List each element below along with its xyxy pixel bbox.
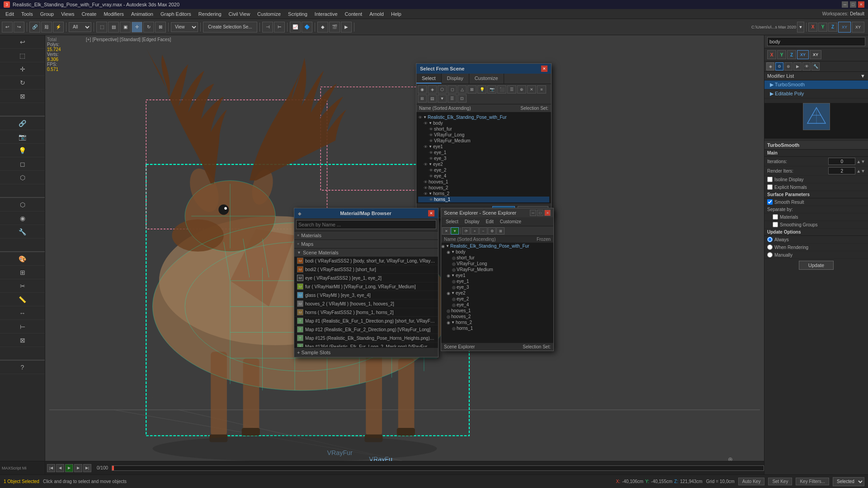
rp-icon-utilities[interactable]: 🔧 [811, 62, 820, 70]
modifier-editable-poly[interactable]: ▶ Editable Poly [764, 89, 868, 99]
lp-scale[interactable]: ⊠ [0, 89, 45, 103]
dt-btn-2[interactable]: ◈ [428, 85, 437, 94]
mirror-button[interactable]: ⊣ [262, 22, 273, 33]
select-scale-button[interactable]: ⊠ [155, 22, 166, 33]
z-axis-btn[interactable]: Z [828, 23, 837, 32]
se-tree-eye1b[interactable]: ◎ eye_3 [441, 284, 553, 290]
menu-group[interactable]: Group [37, 10, 58, 18]
materials-checkbox[interactable] [773, 214, 778, 220]
se-tree[interactable]: ◉ ▼ Realistic_Elk_Standing_Pose_with_Fur… [441, 243, 553, 343]
se-tree-eye1a[interactable]: ◎ eye_1 [441, 278, 553, 284]
modifier-list-dropdown-icon[interactable]: ▼ [860, 73, 865, 79]
dt-btn-8[interactable]: 📷 [487, 85, 496, 94]
tree-item-eye2b[interactable]: 👁 eye_4 [418, 173, 549, 179]
x-axis-btn[interactable]: X [808, 23, 817, 32]
render-iters-spinner[interactable]: ▲▼ [856, 169, 865, 174]
se-tree-horns2[interactable]: ◉ ▼ horns_2 [441, 319, 553, 325]
timeline-bar[interactable] [112, 465, 764, 471]
mmb-search-input[interactable] [296, 220, 436, 229]
mmb-footer[interactable]: + Sample Slots [294, 347, 438, 357]
tree-item-hooves1[interactable]: 👁 hooves_1 [418, 179, 549, 185]
smooth-result-checkbox[interactable] [767, 199, 773, 205]
manually-radio[interactable] [767, 252, 773, 258]
lp-rotate[interactable]: ↻ [0, 76, 45, 89]
mmb-item-5[interactable]: M hooves_2 ( VRayMtl ) [hooves_1, hooves… [294, 300, 438, 308]
se-minimize-btn[interactable]: ─ [530, 210, 536, 216]
tree-item-vraylong[interactable]: 👁 VRayFur_Long [418, 132, 549, 138]
mat-editor-button[interactable]: ◆ [317, 22, 328, 33]
when-rendering-radio[interactable] [767, 244, 773, 250]
lp-ribbon[interactable]: ⊞ [0, 266, 45, 279]
y-axis-btn[interactable]: Y [818, 23, 827, 32]
surface-params-header[interactable]: Surface Parameters [764, 191, 868, 198]
z-transform-btn[interactable]: Z [787, 50, 796, 59]
selection-type-dropdown[interactable]: All [69, 22, 91, 32]
mmb-item-6[interactable]: M horns ( VRayFastSSS2 ) [horns_1, horns… [294, 308, 438, 317]
rp-icon-hierarchy[interactable]: ⊕ [784, 62, 793, 70]
menu-modifiers[interactable]: Modifiers [100, 10, 127, 18]
rp-icon-motion[interactable]: ▶ [793, 62, 802, 70]
mmb-item-0[interactable]: M bodi ( VRayFastSSS2 ) [body, short_fur… [294, 257, 438, 265]
maximize-button[interactable]: □ [850, 1, 856, 8]
xy-transform-btn[interactable]: XY [797, 50, 809, 59]
isoline-checkbox[interactable] [767, 177, 773, 182]
menu-arnold[interactable]: Arnold [366, 10, 387, 18]
iterations-input[interactable] [828, 158, 855, 165]
auto-key-button[interactable]: Auto Key [738, 478, 765, 485]
dt-btn-9[interactable]: ⬛ [497, 85, 506, 94]
menu-scripting[interactable]: Scripting [284, 10, 311, 18]
path-button[interactable]: ▼ [797, 22, 804, 33]
curve-editor-button[interactable]: 📈 [290, 22, 301, 33]
mmb-item-9[interactable]: T Map #125 (Realistic_Elk_Standing_Pose_… [294, 334, 438, 343]
render-button[interactable]: ▶ [341, 22, 352, 33]
dialog-tab-customize[interactable]: Customize [469, 74, 504, 84]
dt-filter-6[interactable]: ☰ [448, 94, 457, 103]
se-tree-eye2b[interactable]: ◎ eye_4 [441, 302, 553, 308]
se-delete-btn[interactable]: − [479, 227, 487, 235]
tree-item-hooves2[interactable]: 👁 hooves_2 [418, 185, 549, 191]
se-tree-vraylong[interactable]: ◎ VRayFur_Long [441, 261, 553, 267]
menu-interactive[interactable]: Interactive [311, 10, 341, 18]
jump-start-button[interactable]: |◀ [47, 464, 55, 472]
lp-measure[interactable]: 📏 [0, 293, 45, 306]
dialog-close-button[interactable]: ✕ [541, 66, 547, 72]
mmb-maps-header[interactable]: + Maps [294, 240, 438, 248]
menu-help[interactable]: Help [387, 10, 405, 18]
tree-item-eye1[interactable]: 👁 ▼ eye1 [418, 144, 549, 150]
lp-paint[interactable]: 🎨 [0, 252, 45, 266]
tree-item-short-fur[interactable]: 👁 short_fur [418, 126, 549, 132]
menu-edit[interactable]: Edit [2, 10, 18, 18]
lp-utilities[interactable]: 🔧 [0, 225, 45, 239]
se-tree-hooves1[interactable]: ◎ hooves_1 [441, 308, 553, 314]
main-section-header[interactable]: Main [764, 150, 868, 157]
turbosmoooth-header[interactable]: TurboSmooth [764, 141, 868, 150]
next-frame-button[interactable]: ▶ [74, 464, 82, 472]
se-x-filter[interactable]: ✕ [442, 227, 450, 235]
se-menu-edit[interactable]: Edit [483, 218, 496, 225]
dialog-tab-display[interactable]: Display [442, 74, 469, 84]
dt-btn-3[interactable]: ⬡ [438, 85, 447, 94]
select-rotate-button[interactable]: ↻ [143, 22, 154, 33]
se-menu-display[interactable]: Display [462, 218, 482, 225]
tree-item-horns2[interactable]: 👁 ▼ horns_2 [418, 191, 549, 197]
modifier-turbosmoooth[interactable]: ▶ TurboSmooth [764, 80, 868, 89]
se-close-btn[interactable]: ✕ [544, 210, 551, 216]
bind-button[interactable]: ⚡ [53, 22, 64, 33]
xz-transform-btn[interactable]: XY [810, 50, 821, 59]
x-transform-btn[interactable]: X [767, 50, 776, 59]
tree-item-eye1a[interactable]: 👁 eye_1 [418, 150, 549, 155]
align-button[interactable]: ⊢ [274, 22, 285, 33]
lp-camera[interactable]: 📷 [0, 130, 45, 144]
mmb-materials-header[interactable]: + Materials [294, 231, 438, 239]
select-button[interactable]: ⬚ [96, 22, 107, 33]
menu-create[interactable]: Create [78, 10, 100, 18]
se-tree-horns1[interactable]: ◎ horns_1 [441, 325, 553, 331]
reference-coord-dropdown[interactable]: View [171, 22, 198, 32]
menu-tools[interactable]: Tools [18, 10, 37, 18]
mmb-close-button[interactable]: ✕ [428, 210, 434, 216]
dt-filter-7[interactable]: ⊡ [458, 94, 467, 103]
dt-filter-4[interactable]: ▤ [428, 94, 437, 103]
lp-spacing[interactable]: ⊠ [0, 333, 45, 347]
se-tree-body[interactable]: ◉ ▼ body [441, 249, 553, 255]
always-radio[interactable] [767, 237, 773, 242]
